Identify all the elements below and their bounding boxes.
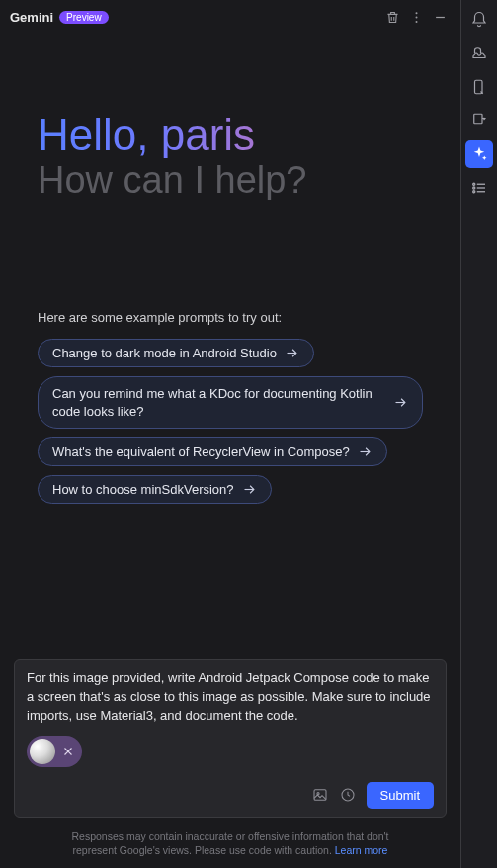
- doc-out-icon[interactable]: [465, 107, 493, 134]
- arrow-right-icon: [358, 444, 373, 459]
- app-title: Gemini: [10, 10, 53, 25]
- prompts-heading: Here are some example prompts to try out…: [38, 310, 423, 325]
- trash-icon[interactable]: [381, 6, 403, 28]
- image-icon[interactable]: [311, 786, 329, 804]
- attachment-thumbnail[interactable]: [30, 739, 55, 764]
- header-bar: Gemini Preview: [0, 0, 460, 34]
- svg-point-1: [415, 16, 417, 18]
- attachment-chip: [27, 736, 82, 767]
- prompt-chips: Change to dark mode in Android Studio Ca…: [38, 339, 423, 504]
- submit-button[interactable]: Submit: [367, 782, 434, 809]
- disclaimer-line2: represent Google's views. Please use cod…: [73, 844, 335, 856]
- composer-toolbar: Submit: [27, 782, 434, 809]
- arrow-right-icon: [393, 395, 408, 410]
- svg-point-0: [415, 12, 417, 14]
- minimize-icon[interactable]: [429, 6, 451, 28]
- prompt-chip-label: How to choose minSdkVersion?: [52, 482, 234, 497]
- prompt-chip-label: What's the equivalent of RecyclerView in…: [52, 444, 350, 459]
- main-panel: Gemini Preview Hello, paris How can I he…: [0, 0, 461, 868]
- greeting-hello: Hello, paris: [38, 113, 423, 158]
- prompt-chip[interactable]: How to choose minSdkVersion?: [38, 475, 272, 504]
- prompt-chip-label: Change to dark mode in Android Studio: [52, 346, 277, 360]
- prompt-chip-label: Can you remind me what a KDoc for docume…: [52, 385, 385, 420]
- disclaimer: Responses may contain inaccurate or offe…: [0, 826, 460, 868]
- device-icon[interactable]: [465, 73, 493, 101]
- svg-rect-10: [314, 790, 326, 801]
- svg-point-2: [415, 20, 417, 22]
- greeting-subhead: How can I help?: [38, 160, 423, 201]
- list-icon[interactable]: [465, 174, 493, 201]
- composer: For this image provided, write Android J…: [14, 659, 447, 818]
- svg-rect-14: [474, 114, 482, 124]
- sparkle-icon[interactable]: [465, 140, 493, 168]
- more-icon[interactable]: [405, 6, 427, 28]
- prompt-chip[interactable]: Can you remind me what a KDoc for docume…: [38, 376, 423, 429]
- content-area: Hello, paris How can I help? Here are so…: [0, 34, 460, 649]
- learn-more-link[interactable]: Learn more: [335, 844, 388, 856]
- close-icon[interactable]: [57, 741, 79, 762]
- arrow-right-icon: [285, 346, 299, 360]
- prompt-chip[interactable]: Change to dark mode in Android Studio: [38, 339, 314, 367]
- bell-icon[interactable]: [465, 6, 493, 34]
- svg-point-19: [473, 191, 475, 193]
- puzzle-icon[interactable]: [465, 39, 493, 67]
- svg-point-15: [473, 183, 475, 185]
- prompt-chip[interactable]: What's the equivalent of RecyclerView in…: [38, 437, 387, 466]
- svg-point-17: [473, 187, 475, 189]
- composer-input[interactable]: For this image provided, write Android J…: [27, 670, 434, 726]
- disclaimer-line1: Responses may contain inaccurate or offe…: [71, 830, 388, 842]
- history-icon[interactable]: [339, 786, 357, 804]
- preview-badge: Preview: [59, 11, 109, 24]
- arrow-right-icon: [242, 482, 257, 497]
- right-rail: [461, 0, 497, 868]
